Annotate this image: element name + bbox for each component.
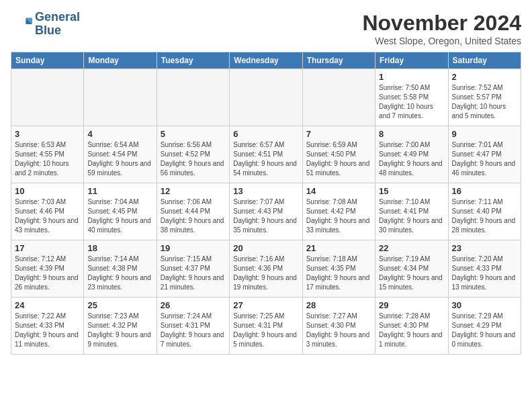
calendar-cell-3-3: 12Sunrise: 7:06 AM Sunset: 4:44 PM Dayli…: [157, 183, 229, 240]
calendar-cell-3-5: 14Sunrise: 7:08 AM Sunset: 4:42 PM Dayli…: [302, 183, 375, 240]
calendar-cell-1-7: 2Sunrise: 7:52 AM Sunset: 5:57 PM Daylig…: [448, 69, 521, 126]
logo-text: General Blue: [35, 11, 80, 38]
calendar-header-monday: Monday: [84, 52, 157, 69]
calendar-cell-2-3: 5Sunrise: 6:56 AM Sunset: 4:52 PM Daylig…: [157, 126, 229, 183]
calendar-cell-2-2: 4Sunrise: 6:54 AM Sunset: 4:54 PM Daylig…: [84, 126, 157, 183]
day-info: Sunrise: 6:59 AM Sunset: 4:50 PM Dayligh…: [306, 140, 371, 178]
day-info: Sunrise: 6:54 AM Sunset: 4:54 PM Dayligh…: [87, 140, 152, 178]
calendar-header-sunday: Sunday: [11, 52, 84, 69]
day-info: Sunrise: 6:57 AM Sunset: 4:51 PM Dayligh…: [233, 140, 298, 178]
calendar-cell-2-7: 9Sunrise: 7:01 AM Sunset: 4:47 PM Daylig…: [448, 126, 521, 183]
day-number: 20: [233, 243, 298, 253]
day-info: Sunrise: 7:52 AM Sunset: 5:57 PM Dayligh…: [452, 83, 517, 121]
day-number: 26: [161, 300, 226, 310]
day-number: 27: [233, 300, 298, 310]
day-info: Sunrise: 7:16 AM Sunset: 4:36 PM Dayligh…: [233, 255, 298, 292]
day-info: Sunrise: 7:27 AM Sunset: 4:30 PM Dayligh…: [306, 312, 371, 349]
day-info: Sunrise: 7:11 AM Sunset: 4:40 PM Dayligh…: [452, 197, 517, 235]
day-info: Sunrise: 7:15 AM Sunset: 4:37 PM Dayligh…: [161, 255, 226, 292]
day-number: 6: [233, 129, 298, 139]
day-info: Sunrise: 7:25 AM Sunset: 4:31 PM Dayligh…: [233, 312, 298, 349]
calendar-cell-3-4: 13Sunrise: 7:07 AM Sunset: 4:43 PM Dayli…: [230, 183, 302, 240]
calendar-cell-5-6: 29Sunrise: 7:28 AM Sunset: 4:30 PM Dayli…: [375, 298, 448, 355]
day-info: Sunrise: 7:07 AM Sunset: 4:43 PM Dayligh…: [233, 197, 298, 235]
day-number: 15: [379, 186, 444, 196]
day-number: 3: [15, 129, 80, 139]
calendar-cell-1-2: [84, 69, 157, 126]
day-number: 16: [452, 186, 517, 196]
day-number: 25: [87, 300, 152, 310]
logo: General Blue: [11, 11, 80, 38]
day-number: 7: [306, 129, 371, 139]
calendar-week-2: 3Sunrise: 6:53 AM Sunset: 4:55 PM Daylig…: [11, 126, 521, 183]
calendar-header-tuesday: Tuesday: [157, 52, 229, 69]
calendar-header-friday: Friday: [375, 52, 448, 69]
calendar-cell-4-4: 20Sunrise: 7:16 AM Sunset: 4:36 PM Dayli…: [230, 240, 302, 298]
calendar-body: 1Sunrise: 7:50 AM Sunset: 5:58 PM Daylig…: [11, 69, 521, 355]
day-number: 8: [379, 129, 444, 139]
location-title: West Slope, Oregon, United States: [362, 36, 521, 46]
day-info: Sunrise: 7:06 AM Sunset: 4:44 PM Dayligh…: [161, 197, 226, 235]
calendar-cell-4-7: 23Sunrise: 7:20 AM Sunset: 4:33 PM Dayli…: [448, 240, 521, 298]
calendar-cell-5-1: 24Sunrise: 7:22 AM Sunset: 4:33 PM Dayli…: [11, 298, 84, 355]
day-number: 29: [379, 300, 444, 310]
calendar-cell-1-5: [302, 69, 375, 126]
day-info: Sunrise: 7:22 AM Sunset: 4:33 PM Dayligh…: [15, 312, 80, 349]
calendar-cell-5-2: 25Sunrise: 7:23 AM Sunset: 4:32 PM Dayli…: [84, 298, 157, 355]
calendar-header-wednesday: Wednesday: [230, 52, 302, 69]
day-number: 17: [15, 243, 80, 253]
day-info: Sunrise: 6:56 AM Sunset: 4:52 PM Dayligh…: [161, 140, 226, 178]
calendar-week-5: 24Sunrise: 7:22 AM Sunset: 4:33 PM Dayli…: [11, 298, 521, 355]
day-info: Sunrise: 7:50 AM Sunset: 5:58 PM Dayligh…: [379, 83, 444, 121]
header: General Blue November 2024 West Slope, O…: [11, 11, 521, 46]
calendar-cell-4-5: 21Sunrise: 7:18 AM Sunset: 4:35 PM Dayli…: [302, 240, 375, 298]
calendar-cell-5-5: 28Sunrise: 7:27 AM Sunset: 4:30 PM Dayli…: [302, 298, 375, 355]
month-title: November 2024: [362, 11, 521, 36]
day-number: 4: [87, 129, 152, 139]
day-info: Sunrise: 7:19 AM Sunset: 4:34 PM Dayligh…: [379, 255, 444, 292]
calendar-cell-4-1: 17Sunrise: 7:12 AM Sunset: 4:39 PM Dayli…: [11, 240, 84, 298]
calendar-week-3: 10Sunrise: 7:03 AM Sunset: 4:46 PM Dayli…: [11, 183, 521, 240]
calendar-cell-4-3: 19Sunrise: 7:15 AM Sunset: 4:37 PM Dayli…: [157, 240, 229, 298]
calendar-header-thursday: Thursday: [302, 52, 375, 69]
day-info: Sunrise: 7:10 AM Sunset: 4:41 PM Dayligh…: [379, 197, 444, 235]
day-info: Sunrise: 7:04 AM Sunset: 4:45 PM Dayligh…: [87, 197, 152, 235]
day-number: 19: [161, 243, 226, 253]
logo-icon: [11, 13, 32, 35]
day-number: 18: [87, 243, 152, 253]
calendar-week-1: 1Sunrise: 7:50 AM Sunset: 5:58 PM Daylig…: [11, 69, 521, 126]
calendar-cell-1-4: [230, 69, 302, 126]
calendar-cell-3-6: 15Sunrise: 7:10 AM Sunset: 4:41 PM Dayli…: [375, 183, 448, 240]
day-number: 13: [233, 186, 298, 196]
calendar-cell-5-4: 27Sunrise: 7:25 AM Sunset: 4:31 PM Dayli…: [230, 298, 302, 355]
calendar: SundayMondayTuesdayWednesdayThursdayFrid…: [11, 52, 521, 355]
day-number: 30: [452, 300, 517, 310]
calendar-cell-3-2: 11Sunrise: 7:04 AM Sunset: 4:45 PM Dayli…: [84, 183, 157, 240]
day-info: Sunrise: 7:00 AM Sunset: 4:49 PM Dayligh…: [379, 140, 444, 178]
day-number: 10: [15, 186, 80, 196]
day-info: Sunrise: 6:53 AM Sunset: 4:55 PM Dayligh…: [15, 140, 80, 178]
day-number: 14: [306, 186, 371, 196]
day-info: Sunrise: 7:18 AM Sunset: 4:35 PM Dayligh…: [306, 255, 371, 292]
calendar-header-row: SundayMondayTuesdayWednesdayThursdayFrid…: [11, 52, 521, 69]
calendar-cell-3-7: 16Sunrise: 7:11 AM Sunset: 4:40 PM Dayli…: [448, 183, 521, 240]
calendar-cell-2-4: 6Sunrise: 6:57 AM Sunset: 4:51 PM Daylig…: [230, 126, 302, 183]
calendar-cell-1-1: [11, 69, 84, 126]
day-number: 24: [15, 300, 80, 310]
day-number: 12: [161, 186, 226, 196]
title-area: November 2024 West Slope, Oregon, United…: [362, 11, 521, 46]
day-info: Sunrise: 7:29 AM Sunset: 4:29 PM Dayligh…: [452, 312, 517, 349]
calendar-cell-3-1: 10Sunrise: 7:03 AM Sunset: 4:46 PM Dayli…: [11, 183, 84, 240]
day-info: Sunrise: 7:12 AM Sunset: 4:39 PM Dayligh…: [15, 255, 80, 292]
calendar-week-4: 17Sunrise: 7:12 AM Sunset: 4:39 PM Dayli…: [11, 240, 521, 298]
day-info: Sunrise: 7:08 AM Sunset: 4:42 PM Dayligh…: [306, 197, 371, 235]
day-info: Sunrise: 7:01 AM Sunset: 4:47 PM Dayligh…: [452, 140, 517, 178]
day-info: Sunrise: 7:20 AM Sunset: 4:33 PM Dayligh…: [452, 255, 517, 292]
calendar-cell-2-5: 7Sunrise: 6:59 AM Sunset: 4:50 PM Daylig…: [302, 126, 375, 183]
calendar-cell-2-1: 3Sunrise: 6:53 AM Sunset: 4:55 PM Daylig…: [11, 126, 84, 183]
day-number: 21: [306, 243, 371, 253]
calendar-cell-2-6: 8Sunrise: 7:00 AM Sunset: 4:49 PM Daylig…: [375, 126, 448, 183]
calendar-cell-5-3: 26Sunrise: 7:24 AM Sunset: 4:31 PM Dayli…: [157, 298, 229, 355]
day-number: 2: [452, 72, 517, 82]
day-info: Sunrise: 7:28 AM Sunset: 4:30 PM Dayligh…: [379, 312, 444, 349]
